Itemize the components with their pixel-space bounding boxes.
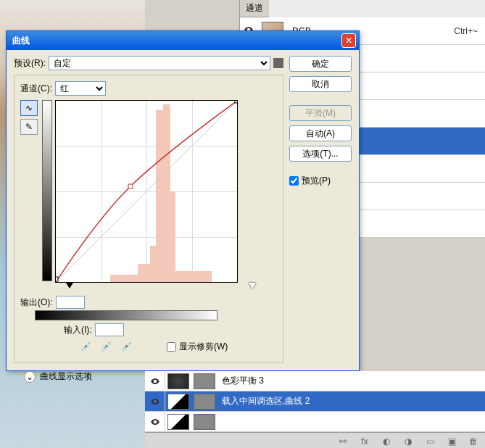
channel-shortcut: Ctrl+~ bbox=[454, 26, 485, 36]
preview-checkbox[interactable] bbox=[289, 176, 299, 186]
channel-label: 通道(C): bbox=[20, 83, 52, 95]
expand-chevron-icon[interactable]: ⌄ bbox=[24, 371, 36, 383]
new-layer-icon[interactable]: ▣ bbox=[446, 436, 457, 447]
visibility-icon[interactable] bbox=[145, 412, 165, 431]
layers-footer: ⚯ fx ◐ ◑ ▭ ▣ 🗑 bbox=[145, 432, 485, 448]
layer-mask-thumbnail bbox=[194, 373, 215, 389]
mask-icon[interactable]: ◐ bbox=[381, 436, 392, 447]
options-button[interactable]: 选项(T)... bbox=[289, 146, 352, 162]
layer-name: 色彩平衡 3 bbox=[217, 375, 485, 387]
curve-tool-button[interactable]: ∿ bbox=[20, 100, 38, 116]
white-point-slider[interactable] bbox=[249, 283, 256, 289]
input-input[interactable] bbox=[95, 323, 124, 336]
preset-label: 预设(R): bbox=[14, 57, 46, 70]
curves-graph[interactable] bbox=[55, 100, 238, 283]
link-icon[interactable]: ⚯ bbox=[337, 436, 349, 447]
cancel-button[interactable]: 取消 bbox=[289, 76, 352, 92]
dialog-title: 曲线 bbox=[12, 35, 341, 47]
visibility-icon[interactable] bbox=[145, 391, 165, 411]
layer-mask-thumbnail bbox=[194, 394, 215, 410]
svg-rect-1 bbox=[56, 277, 58, 281]
layers-panel: 色彩平衡 3 载入中间调选区,曲线 2 ⚯ fx ◐ ◑ ▭ ▣ 🗑 bbox=[145, 371, 485, 448]
preview-label: 预览(P) bbox=[302, 175, 331, 187]
fx-icon[interactable]: fx bbox=[359, 436, 370, 447]
layer-row[interactable] bbox=[145, 412, 485, 432]
layer-thumbnail bbox=[167, 414, 189, 430]
preset-menu-icon[interactable] bbox=[273, 58, 283, 68]
gray-eyedropper-icon[interactable]: 💉 bbox=[99, 339, 113, 354]
output-input[interactable] bbox=[56, 296, 85, 309]
auto-button[interactable]: 自动(A) bbox=[289, 125, 352, 141]
trash-icon[interactable]: 🗑 bbox=[468, 436, 479, 447]
output-gradient bbox=[42, 100, 52, 281]
layer-row[interactable]: 色彩平衡 3 bbox=[145, 371, 485, 391]
black-eyedropper-icon[interactable]: 💉 bbox=[78, 339, 93, 354]
close-button[interactable]: ✕ bbox=[341, 33, 356, 48]
dialog-titlebar[interactable]: 曲线 ✕ bbox=[7, 31, 359, 50]
layer-row-selected[interactable]: 载入中间调选区,曲线 2 bbox=[145, 391, 485, 412]
input-gradient bbox=[35, 310, 217, 320]
curve-line bbox=[56, 101, 237, 282]
layer-mask-thumbnail bbox=[194, 414, 215, 430]
svg-rect-2 bbox=[128, 184, 133, 188]
folder-icon[interactable]: ▭ bbox=[424, 436, 436, 447]
output-label: 输出(O): bbox=[20, 296, 53, 309]
layer-thumbnail bbox=[167, 373, 189, 389]
ok-button[interactable]: 确定 bbox=[289, 56, 352, 72]
channels-tab[interactable]: 通道 bbox=[240, 0, 269, 17]
white-eyedropper-icon[interactable]: 💉 bbox=[119, 339, 133, 354]
show-clipping-label: 显示修剪(W) bbox=[179, 341, 228, 353]
display-options-label: 曲线显示选项 bbox=[40, 370, 92, 383]
pencil-tool-button[interactable]: ✎ bbox=[20, 119, 38, 135]
curves-dialog: 曲线 ✕ 预设(R): 自定 通道(C): 红 ∿ ✎ bbox=[6, 30, 360, 371]
layer-thumbnail bbox=[167, 394, 189, 410]
input-label: 输入(I): bbox=[64, 324, 92, 336]
layer-name: 载入中间调选区,曲线 2 bbox=[217, 395, 485, 407]
black-point-slider[interactable] bbox=[66, 283, 73, 289]
smooth-button: 平滑(M) bbox=[289, 105, 352, 121]
show-clipping-checkbox[interactable] bbox=[167, 342, 176, 352]
svg-line-0 bbox=[56, 101, 237, 282]
channel-select[interactable]: 红 bbox=[55, 81, 106, 96]
preset-select[interactable]: 自定 bbox=[49, 56, 270, 70]
visibility-icon[interactable] bbox=[145, 371, 165, 391]
svg-rect-3 bbox=[235, 101, 237, 103]
adjustment-icon[interactable]: ◑ bbox=[402, 436, 414, 447]
